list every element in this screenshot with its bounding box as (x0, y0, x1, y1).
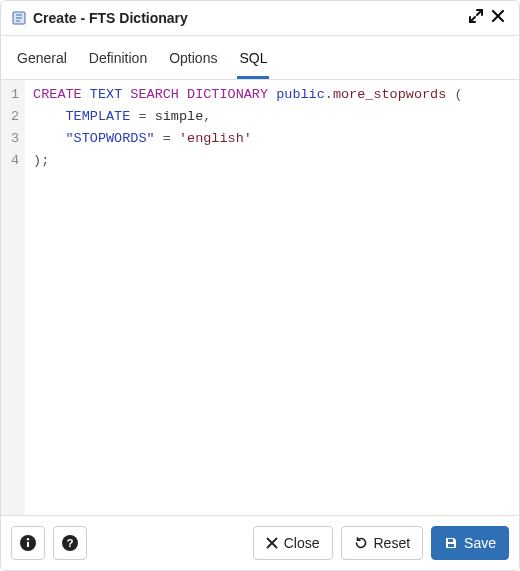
info-button[interactable] (11, 526, 45, 560)
reset-label: Reset (374, 535, 411, 551)
dialog-title-text: Create - FTS Dictionary (33, 10, 188, 26)
reset-button[interactable]: Reset (341, 526, 424, 560)
close-icon (491, 9, 505, 23)
help-button[interactable]: ? (53, 526, 87, 560)
close-button[interactable]: Close (253, 526, 333, 560)
line-number: 4 (11, 150, 19, 172)
reset-icon (354, 536, 368, 550)
svg-rect-7 (27, 542, 29, 547)
titlebar: Create - FTS Dictionary (1, 1, 519, 36)
save-label: Save (464, 535, 496, 551)
close-label: Close (284, 535, 320, 551)
tab-definition[interactable]: Definition (87, 44, 149, 79)
line-number: 3 (11, 128, 19, 150)
code-line: CREATE TEXT SEARCH DICTIONARY public.mor… (33, 84, 511, 106)
dialog-title: Create - FTS Dictionary (11, 10, 465, 26)
sql-editor[interactable]: 1 2 3 4 CREATE TEXT SEARCH DICTIONARY pu… (1, 80, 519, 516)
svg-point-8 (27, 538, 29, 540)
tab-options[interactable]: Options (167, 44, 219, 79)
expand-icon (469, 9, 483, 23)
info-icon (19, 534, 37, 552)
code-line: TEMPLATE = simple, (33, 106, 511, 128)
save-button[interactable]: Save (431, 526, 509, 560)
code-area[interactable]: CREATE TEXT SEARCH DICTIONARY public.mor… (25, 80, 519, 515)
create-fts-dictionary-dialog: Create - FTS Dictionary General Definiti… (0, 0, 520, 571)
dialog-footer: ? Close Reset Save (1, 516, 519, 570)
code-line: "STOPWORDS" = 'english' (33, 128, 511, 150)
tab-sql[interactable]: SQL (237, 44, 269, 79)
expand-button[interactable] (465, 7, 487, 29)
dictionary-icon (11, 10, 27, 26)
close-window-button[interactable] (487, 7, 509, 29)
tab-bar: General Definition Options SQL (1, 36, 519, 80)
line-number: 2 (11, 106, 19, 128)
save-icon (444, 536, 458, 550)
line-number-gutter: 1 2 3 4 (1, 80, 25, 515)
tab-general[interactable]: General (15, 44, 69, 79)
line-number: 1 (11, 84, 19, 106)
x-icon (266, 537, 278, 549)
svg-text:?: ? (67, 537, 74, 549)
code-line: ); (33, 150, 511, 172)
help-icon: ? (61, 534, 79, 552)
